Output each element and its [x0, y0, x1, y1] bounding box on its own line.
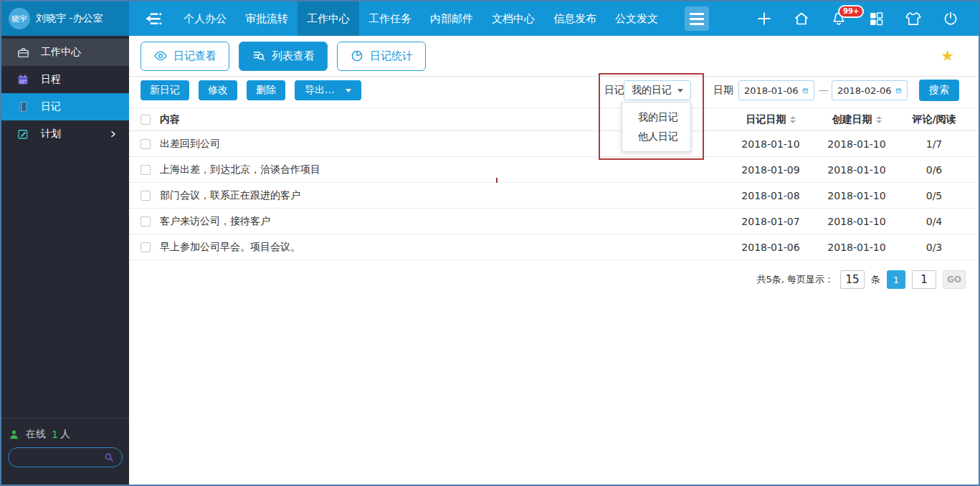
table-row[interactable]: 客户来访公司，接待客户 2018-01-07 2018-01-10 0/4 — [129, 209, 979, 234]
cell-content[interactable]: 客户来访公司，接待客户 — [160, 215, 728, 228]
cell-content[interactable]: 部门会议，联系正在跟进的客户 — [160, 189, 728, 202]
list-search-icon — [252, 49, 266, 63]
cell-comments: 0/4 — [900, 216, 969, 227]
header-label: 创建日期 — [832, 113, 872, 126]
tab-label: 列表查看 — [272, 49, 315, 63]
cell-comments: 0/5 — [900, 190, 969, 201]
header-label: 日记日期 — [746, 113, 786, 126]
topbar: 晓宇 刘晓宇 -办公室 个人办公 审批流转 工作中心 工作任务 内部邮件 文档中… — [1, 1, 979, 36]
filters-row: 日记 我的日记 日期 — 搜索 — [129, 80, 979, 102]
online-status: 在线 1 人 — [8, 428, 123, 441]
table-header-row: 内容 日记日期 创建日期 评论/阅读 — [129, 108, 979, 131]
cell-content[interactable]: 上海出差，到达北京，洽谈合作项目 — [160, 163, 728, 176]
row-checkbox[interactable] — [141, 139, 151, 149]
diary-book-icon — [16, 100, 30, 114]
notification-badge: 99+ — [838, 5, 864, 18]
cell-content[interactable]: 早上参加公司早会。项目会议。 — [160, 241, 728, 254]
nav-item-official-docs[interactable]: 公文发文 — [606, 1, 667, 36]
cell-create-date: 2018-01-10 — [814, 190, 900, 201]
cell-create-date: 2018-01-10 — [814, 138, 900, 150]
main-content: 日记查看 列表查看 日记统计 ★ 新日记 修改 删除 — [129, 36, 979, 485]
caret-down-icon — [677, 89, 683, 92]
sidebar-item-label: 计划 — [41, 128, 61, 140]
more-menu-icon[interactable] — [685, 6, 709, 31]
sidebar-item-diary[interactable]: 日记 — [1, 93, 129, 120]
tab-diary-stats[interactable]: 日记统计 — [337, 42, 426, 71]
power-icon[interactable] — [941, 9, 960, 28]
page-size-input[interactable] — [840, 270, 865, 289]
app-window: 晓宇 刘晓宇 -办公室 个人办公 审批流转 工作中心 工作任务 内部邮件 文档中… — [0, 0, 980, 486]
sidebar-item-work-center[interactable]: 工作中心 — [1, 39, 129, 66]
pagination: 共5条, 每页显示： 条 1 GO — [756, 270, 966, 289]
nav-item-personal-office[interactable]: 个人办公 — [174, 1, 236, 36]
chevron-right-icon — [109, 130, 118, 138]
apps-grid-icon[interactable] — [867, 9, 885, 28]
briefcase-icon — [16, 45, 30, 59]
eye-icon — [153, 49, 168, 63]
sidebar: 工作中心 日程 日记 — [1, 36, 129, 485]
date-to-input[interactable] — [837, 85, 892, 96]
favorite-star-icon[interactable]: ★ — [941, 47, 954, 65]
diary-table: 内容 日记日期 创建日期 评论/阅读 出差回到公司 2018-01-10 201… — [129, 108, 979, 260]
tab-list-view[interactable]: 列表查看 — [239, 42, 328, 71]
header-diary-date[interactable]: 日记日期 — [728, 113, 814, 126]
online-unit: 人 — [60, 428, 70, 441]
nav-item-internal-mail[interactable]: 内部邮件 — [421, 1, 482, 36]
current-page-button[interactable]: 1 — [887, 270, 905, 289]
sort-icon[interactable] — [790, 116, 796, 123]
search-button[interactable]: 搜索 — [919, 80, 959, 101]
user-area[interactable]: 晓宇 刘晓宇 -办公室 — [1, 1, 129, 36]
pie-chart-icon — [350, 49, 364, 63]
sidebar-item-label: 工作中心 — [41, 46, 81, 59]
table-row[interactable]: 出差回到公司 2018-01-10 2018-01-10 1/7 — [129, 131, 979, 157]
tab-diary-view[interactable]: 日记查看 — [141, 42, 229, 71]
sidebar-search-box — [8, 447, 123, 467]
home-icon[interactable] — [792, 9, 811, 28]
row-checkbox[interactable] — [141, 191, 151, 201]
cell-diary-date: 2018-01-09 — [728, 164, 814, 176]
add-icon[interactable] — [755, 9, 774, 28]
notifications-bell-icon[interactable]: 99+ — [829, 9, 848, 28]
table-row[interactable]: 早上参加公司早会。项目会议。 2018-01-06 2018-01-10 0/3 — [129, 234, 979, 260]
dropdown-option-others-diary[interactable]: 他人日记 — [622, 127, 690, 146]
nav-item-info-publish[interactable]: 信息发布 — [544, 1, 606, 36]
sort-icon[interactable] — [876, 116, 882, 123]
sidebar-item-label: 日程 — [41, 73, 61, 86]
table-row[interactable]: 上海出差，到达北京，洽谈合作项目 2018-01-09 2018-01-10 0… — [129, 157, 979, 183]
nav-item-work-tasks[interactable]: 工作任务 — [359, 1, 421, 36]
header-comments-reads: 评论/阅读 — [900, 113, 969, 126]
header-create-date[interactable]: 创建日期 — [814, 113, 900, 126]
go-button[interactable]: GO — [943, 270, 966, 289]
nav-item-approval-flow[interactable]: 审批流转 — [236, 1, 298, 36]
select-all-checkbox[interactable] — [141, 115, 151, 125]
sidebar-search-input[interactable] — [16, 452, 103, 463]
cell-create-date: 2018-01-10 — [814, 242, 900, 253]
tab-label: 日记统计 — [370, 49, 413, 63]
online-label: 在线 — [26, 428, 46, 441]
diary-type-select[interactable]: 我的日记 — [624, 80, 691, 100]
diary-filter-label: 日记 — [604, 84, 624, 97]
nav-item-document-center[interactable]: 文档中心 — [482, 1, 544, 36]
calendar-icon — [802, 85, 809, 96]
row-checkbox[interactable] — [141, 216, 151, 227]
dropdown-option-my-diary[interactable]: 我的日记 — [622, 108, 690, 127]
sidebar-item-plan[interactable]: 计划 — [1, 120, 129, 148]
sidebar-footer: 在线 1 人 — [1, 418, 129, 485]
sidebar-item-schedule[interactable]: 日程 — [1, 66, 129, 93]
date-to-field — [832, 80, 908, 100]
row-checkbox[interactable] — [141, 242, 151, 252]
search-icon[interactable] — [103, 452, 115, 463]
date-from-input[interactable] — [744, 85, 799, 96]
collapse-sidebar-icon[interactable] — [141, 6, 166, 31]
sidebar-item-label: 日记 — [41, 100, 61, 113]
goto-page-input[interactable] — [912, 270, 936, 289]
date-range-separator: — — [819, 84, 829, 95]
cell-diary-date: 2018-01-06 — [728, 242, 814, 253]
text-cursor-artifact — [496, 178, 498, 183]
nav-item-work-center[interactable]: 工作中心 — [298, 1, 359, 36]
theme-shirt-icon[interactable] — [904, 9, 923, 28]
pagination-summary: 共5条, 每页显示： — [756, 273, 834, 286]
row-checkbox[interactable] — [141, 165, 151, 175]
avatar[interactable]: 晓宇 — [9, 8, 30, 29]
table-row[interactable]: 部门会议，联系正在跟进的客户 2018-01-08 2018-01-10 0/5 — [129, 183, 979, 209]
